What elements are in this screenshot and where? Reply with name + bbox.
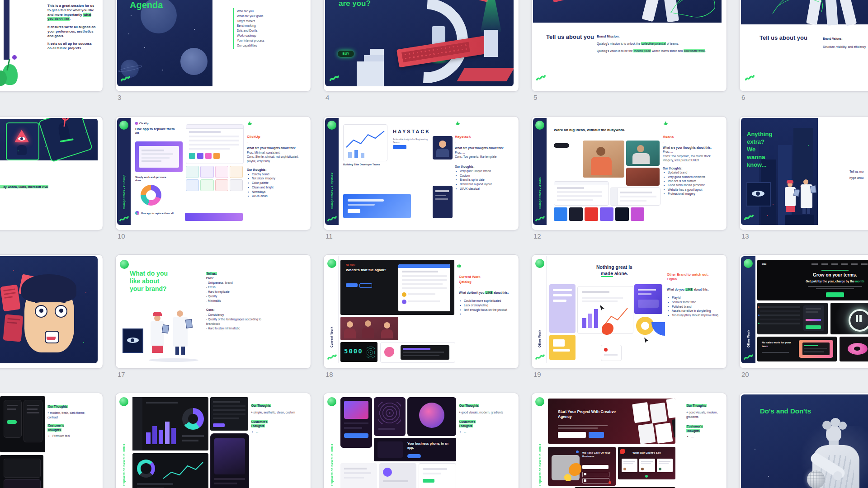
- squiggle-logo-icon: [535, 70, 546, 81]
- hands-illustration: [533, 0, 722, 23]
- cons-line: Cons: Sterile, clinical; not sophisticat…: [247, 155, 301, 164]
- pros-item: - Hard to replicate: [206, 290, 288, 294]
- clickup-logo: ClickUp: [135, 122, 148, 125]
- customers-thoughts-heading: Customer's Thoughts: [459, 420, 476, 427]
- eye-poster: [123, 328, 143, 353]
- our-thoughts-heading: Our thoughts:: [455, 164, 509, 169]
- slide-number-19: 19: [533, 371, 541, 378]
- question-heading: What do/don't you LIKE about this:: [459, 291, 509, 295]
- sidebar-label: Current Work: [330, 270, 333, 347]
- slide-card-16-partial[interactable]: [0, 254, 103, 369]
- slide-card-26[interactable]: Exploration based in UI/UX Start Your Pr…: [531, 393, 727, 488]
- our-thoughts-body: + good visuals, modern, gradients: [459, 410, 509, 414]
- asana-cta-button-graphic: [554, 143, 569, 148]
- dash: -: [247, 140, 301, 144]
- slide-card-24[interactable]: Exploration based in UI/UX: [115, 393, 311, 488]
- asana-photo-c: [626, 168, 660, 186]
- note-bullet: Serious same time: [672, 300, 718, 305]
- haystack-footer-screenshot: [343, 194, 411, 218]
- pipe-headline: Grow on your terms.: [757, 272, 868, 277]
- slide-24-notes: Our Thoughts + simple, aesthetic, clean,…: [251, 404, 302, 434]
- figma-donut: [636, 317, 654, 335]
- note-bullet: Isn't enough focus on the product: [464, 308, 509, 312]
- slide-card-27[interactable]: Do's and Don'ts: [739, 393, 868, 488]
- slide-card-10[interactable]: Competitors - ClickUp ClickUp One app to…: [115, 116, 311, 230]
- figma-panel-purple: [634, 284, 662, 314]
- agency-card1-title: We Take Care Of Your Business: [582, 451, 612, 459]
- thumbs-up-icon: [247, 120, 253, 126]
- slide-19-sidebar: Other Work: [533, 256, 547, 363]
- slide-27-thumbnail: Do's and Don'ts: [741, 394, 868, 488]
- slide-card-23-partial[interactable]: Our Thoughts + modern, fresh, dark theme…: [0, 393, 103, 488]
- sidebar-label: Competitors - ClickUp: [123, 132, 126, 209]
- slide-5-thumbnail: Tell us about you Brand Mission: Qatalog…: [533, 0, 722, 86]
- slide-23-notes: Our Thoughts + modern, fresh, dark theme…: [47, 404, 95, 438]
- deck-logo-icon: [119, 397, 128, 406]
- thought-bullet: Updated brand: [668, 170, 716, 174]
- paragraph-3: It sets us all up for success on all fut…: [47, 42, 96, 51]
- thought-bullet: Website has a good layout: [668, 188, 716, 192]
- thought-bullet: Professional imagery: [668, 192, 716, 196]
- slide-10-sidebar: Competitors - ClickUp: [117, 118, 131, 225]
- surprised-face-illustration: [0, 256, 98, 363]
- slide-card-9-partial[interactable]: …ay, Asana, Slack, Microsoft Viva: [0, 116, 103, 230]
- slide-number-11: 11: [326, 232, 333, 240]
- figma-panel-lavender: [549, 284, 576, 333]
- slide-card-12[interactable]: Competitors - Asana Work on big ideas, w…: [531, 116, 727, 230]
- slide-card-4[interactable]: are you? BUY: [323, 0, 519, 92]
- squiggle-logo-icon: [743, 210, 754, 221]
- pipe-logo: pipe: [762, 263, 766, 265]
- slide-card-18[interactable]: Current Work No more Where's that file a…: [323, 254, 519, 369]
- agency-card-clients: What Our Client's Say: [618, 447, 675, 479]
- sidebar-label: Other Work: [747, 270, 750, 347]
- charts-screenshot: [132, 453, 208, 488]
- cons-line: Cons: Too generic, like template: [455, 155, 509, 159]
- scientist-figure: [149, 314, 169, 359]
- competitor-name: Haystack: [455, 134, 509, 140]
- figma-headline: Nothing great is made alone.: [578, 264, 651, 277]
- slide-card-6[interactable]: Tell us about you Brand Values: Structur…: [739, 0, 868, 92]
- clickup-screenshot-a: [135, 141, 183, 172]
- slide-23-thumbnail: Our Thoughts + modern, fresh, dark theme…: [0, 394, 98, 488]
- pros-item: - Fresh: [206, 285, 288, 290]
- deck-logo-icon: [535, 121, 544, 130]
- slide-card-5[interactable]: Tell us about you Brand Mission: Qatalog…: [531, 0, 727, 92]
- slide-19-thumbnail: Other Work Nothing great is made alone.: [533, 256, 722, 363]
- slide-card-19[interactable]: Other Work Nothing great is made alone.: [531, 254, 727, 369]
- slide-card-17[interactable]: What do you like about your brand?: [115, 254, 311, 369]
- our-thoughts-heading: Our Thoughts: [47, 405, 68, 408]
- pipe-3d-shapes: [840, 337, 868, 361]
- customers-thoughts-heading: Customer's Thoughts: [686, 425, 703, 432]
- wireframe-lines: [768, 0, 827, 23]
- sidebar-label: Competitors - Haystack: [330, 132, 334, 209]
- agenda-item: Do's and Don'ts: [237, 28, 264, 33]
- pros-heading: Pros:: [206, 276, 288, 281]
- slide-card-20[interactable]: Other Work pipe Grow on your terms. Get …: [739, 254, 868, 369]
- slide-26-thumbnail: Exploration based in UI/UX Start Your Pr…: [533, 394, 722, 488]
- our-thoughts-heading: Our thoughts:: [247, 168, 301, 172]
- qatalog-mini-card: [380, 342, 455, 363]
- clickup-donut-chart: [141, 185, 161, 206]
- haystack-person-card: [433, 136, 453, 160]
- phone-screen-b: [374, 397, 406, 436]
- agenda-item: What are your goals: [237, 14, 264, 19]
- slide-card-3[interactable]: Agenda Who are you What are your goals T…: [115, 0, 311, 92]
- light-cards-row: [340, 463, 456, 488]
- brand-mission-text: Brand Mission: Qatalog's mission is to u…: [597, 34, 710, 53]
- thought-bullet: UI/UX classical: [460, 187, 509, 191]
- pipe-card-title: No sales work for your team: [762, 341, 794, 348]
- slide-13-note: Tell us mo hype arou: [849, 169, 868, 181]
- slide-number-17: 17: [118, 371, 125, 378]
- customer-bullet: Premium feel: [52, 434, 95, 438]
- slide-11-thumbnail: Competitors - Haystack Building Elite De…: [325, 118, 514, 225]
- slide-27-title: Do's and Don'ts: [760, 407, 811, 415]
- slide-card-25[interactable]: Exploration based in UI/UX Your business…: [323, 393, 519, 488]
- thought-bullet: UI/UX clean: [252, 194, 301, 198]
- slide-number-20: 20: [741, 371, 749, 378]
- our-thoughts-heading: Our thoughts:: [663, 166, 716, 170]
- deck-logo-icon: [120, 260, 129, 269]
- slide-2-text: This is a great session for us to get a …: [47, 4, 96, 51]
- slide-card-13[interactable]: Anythingextra?Wewannaknow...: [739, 116, 868, 230]
- slide-card-2-partial[interactable]: This is a great session for us to get a …: [0, 0, 103, 92]
- slide-card-11[interactable]: Competitors - Haystack Building Elite De…: [323, 116, 519, 230]
